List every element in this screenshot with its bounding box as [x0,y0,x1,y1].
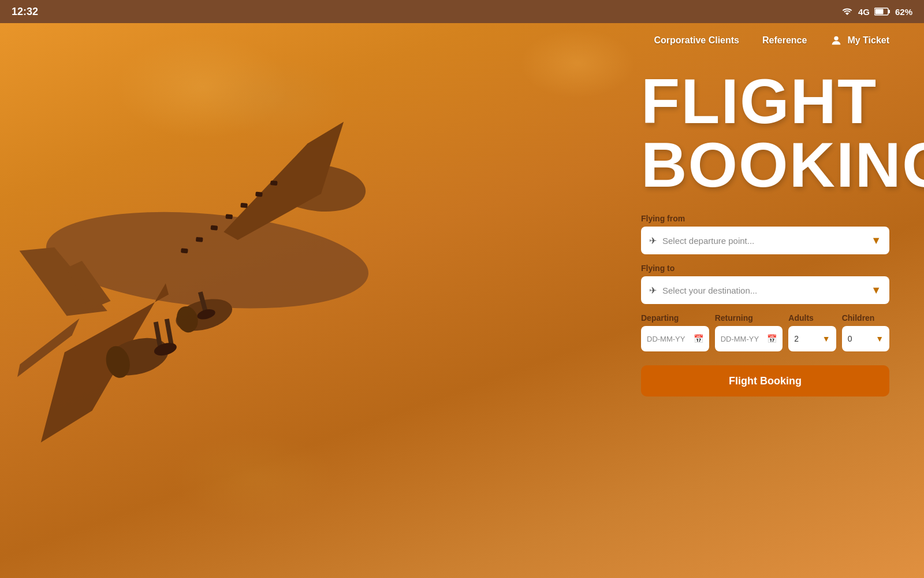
children-field[interactable]: 0 ▼ [842,326,889,351]
wifi-icon [841,6,854,17]
nav-reference[interactable]: Reference [762,35,807,46]
hero-title-line1: FLIGHT [641,69,889,133]
date-row: Departing DD-MM-YY 📅 Returning DD-MM-YY … [641,313,889,351]
svg-rect-19 [255,192,263,197]
calendar-icon-departing: 📅 [694,334,703,343]
adults-field[interactable]: 2 ▼ [788,326,836,351]
plane-icon-from: ✈ [649,235,657,246]
departing-value: DD-MM-YY [647,335,690,343]
flying-to-placeholder: Select your destination... [662,286,871,295]
returning-label: Returning [715,313,783,323]
returning-field[interactable]: DD-MM-YY 📅 [715,326,783,351]
battery-label: 62% [895,7,912,17]
plane-icon-to: ✈ [649,285,657,296]
hero-section: Corporative Clients Reference My Ticket … [0,23,924,578]
returning-value: DD-MM-YY [721,335,764,343]
user-icon [830,34,843,47]
book-button[interactable]: Flight Booking [641,365,889,397]
nav-my-ticket[interactable]: My Ticket [830,34,889,47]
adults-value: 2 [794,334,819,343]
svg-rect-2 [875,9,883,14]
svg-rect-14 [181,248,188,253]
flying-from-select[interactable]: ✈ Select departure point... ▼ [641,227,889,254]
chevron-down-children: ▼ [875,334,884,343]
hero-title: FLIGHT BOOKING [641,69,889,197]
calendar-icon-returning: 📅 [767,334,777,343]
status-bar: 12:32 4G 62% [0,0,924,23]
returning-col: Returning DD-MM-YY 📅 [715,313,783,351]
chevron-down-from: ▼ [871,235,881,247]
flying-to-select[interactable]: ✈ Select your destination... ▼ [641,276,889,304]
signal-label: 4G [858,7,870,17]
svg-point-26 [834,36,839,40]
nav-corporative-clients[interactable]: Corporative Clients [654,35,739,46]
departing-label: Departing [641,313,709,323]
navbar: Corporative Clients Reference My Ticket [0,23,924,58]
flying-from-label: Flying from [641,214,889,223]
status-right: 4G 62% [841,6,912,17]
svg-rect-22 [165,318,174,345]
chevron-down-adults: ▼ [822,334,830,343]
nav-links: Corporative Clients Reference My Ticket [654,34,889,47]
airplane-illustration [0,58,474,555]
battery-icon [874,8,891,16]
booking-form: Flying from ✈ Select departure point... … [641,214,889,397]
adults-col: Adults 2 ▼ [788,313,836,351]
children-col: Children 0 ▼ [842,313,889,351]
adults-label: Adults [788,313,836,323]
my-ticket-label: My Ticket [847,35,889,46]
flying-to-label: Flying to [641,264,889,273]
svg-rect-15 [196,237,203,242]
svg-rect-1 [888,10,890,13]
right-panel: FLIGHT BOOKING Flying from ✈ Select depa… [641,69,889,397]
svg-rect-16 [211,225,218,231]
svg-rect-20 [270,180,278,186]
departing-col: Departing DD-MM-YY 📅 [641,313,709,351]
flying-from-placeholder: Select departure point... [662,236,871,246]
status-time: 12:32 [12,6,38,18]
svg-rect-18 [240,203,248,208]
svg-rect-17 [225,214,233,219]
chevron-down-to: ▼ [871,284,881,297]
hero-title-line2: BOOKING [641,133,889,197]
children-value: 0 [848,334,873,343]
departing-field[interactable]: DD-MM-YY 📅 [641,326,709,351]
children-label: Children [842,313,889,323]
